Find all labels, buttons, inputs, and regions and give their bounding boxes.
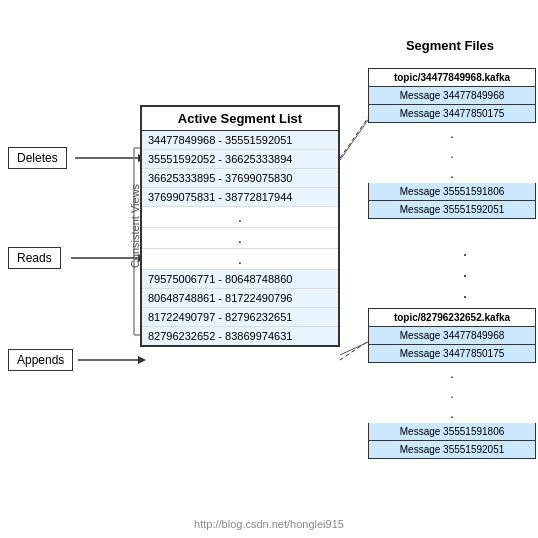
file-topic-2: topic/82796232652.kafka (368, 308, 536, 327)
file-group-2: topic/82796232652.kafka Message 34477849… (368, 308, 536, 459)
file-message-2-4: Message 35551592051 (368, 441, 536, 459)
segment-dots-2: . (142, 228, 338, 249)
file-message-2-3: Message 35551591806 (368, 423, 536, 441)
segment-row-8: 82796232652 - 83869974631 (142, 327, 338, 345)
active-segment-list: Active Segment List 34477849968 - 355515… (140, 105, 340, 347)
segment-row-5: 79575006771 - 80648748860 (142, 270, 338, 289)
file-dots-1: . (368, 123, 536, 143)
svg-line-9 (340, 115, 370, 158)
svg-marker-5 (138, 356, 146, 364)
segment-row-1: 34477849968 - 35551592051 (142, 131, 338, 150)
file-topic-1: topic/34477849968.kafka (368, 68, 536, 87)
segment-dots-3: . (142, 249, 338, 270)
between-groups-dots: . . . (440, 240, 490, 303)
appends-label: Appends (8, 349, 73, 371)
file-dots-2c: . (368, 403, 536, 423)
svg-line-12 (340, 342, 368, 355)
deletes-label: Deletes (8, 147, 67, 169)
file-message-2-1: Message 34477849968 (368, 327, 536, 345)
file-dots-2b: . (368, 383, 536, 403)
segment-row-4: 37699075831 - 38772817944 (142, 188, 338, 207)
file-message-2-2: Message 34477850175 (368, 345, 536, 363)
svg-line-11 (340, 120, 368, 160)
segment-row-6: 80648748861 - 81722490796 (142, 289, 338, 308)
svg-line-10 (340, 340, 370, 360)
file-group-1: topic/34477849968.kafka Message 34477849… (368, 68, 536, 219)
file-dots-1c: . (368, 163, 536, 183)
reads-label: Reads (8, 247, 61, 269)
file-message-1-1: Message 34477849968 (368, 87, 536, 105)
file-message-1-3: Message 35551591806 (368, 183, 536, 201)
file-dots-1b: . (368, 143, 536, 163)
segment-row-2: 35551592052 - 36625333894 (142, 150, 338, 169)
main-canvas: Segment Files topic/34477849968.kafka Me… (0, 0, 538, 538)
active-segment-title: Active Segment List (142, 107, 338, 131)
consistent-views-label: Consistent Views (129, 184, 141, 268)
file-dots-2: . (368, 363, 536, 383)
segment-files-title: Segment Files (370, 38, 530, 53)
segment-dots-1: . (142, 207, 338, 228)
file-message-1-2: Message 34477850175 (368, 105, 536, 123)
watermark: http://blog.csdn.net/honglei915 (194, 518, 344, 530)
segment-row-7: 81722490797 - 82796232651 (142, 308, 338, 327)
segment-row-3: 36625333895 - 37699075830 (142, 169, 338, 188)
file-message-1-4: Message 35551592051 (368, 201, 536, 219)
